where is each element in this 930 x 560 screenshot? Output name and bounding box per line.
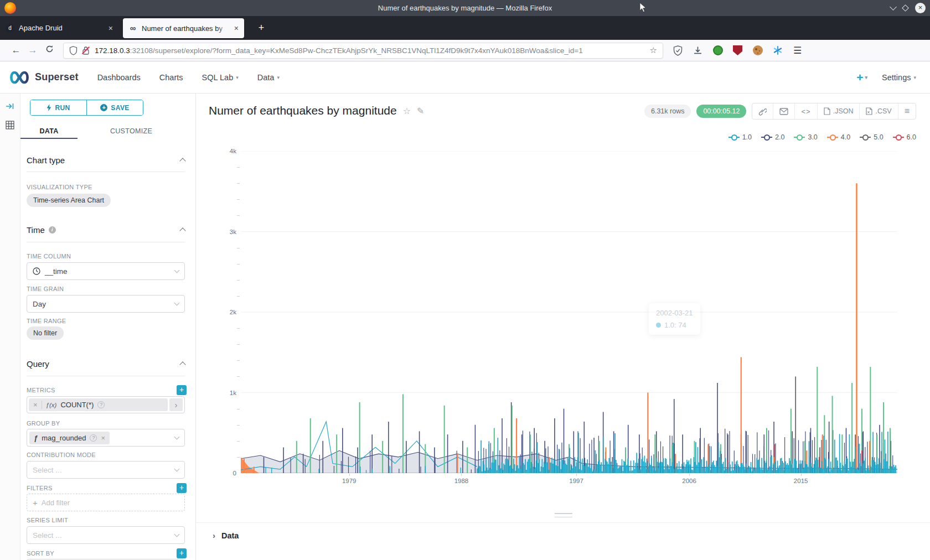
series-limit-select[interactable]: Select ...	[27, 526, 185, 544]
control-panel: RUN + SAVE DATA CUSTOMIZE Chart type VIS…	[20, 94, 196, 560]
browser-tab-strip: d Apache Druid × ∞ Numer of earthquakes …	[0, 16, 930, 40]
insecure-lock-icon[interactable]	[82, 46, 90, 55]
add-metric-button[interactable]: +	[177, 385, 187, 395]
browser-menu-icon[interactable]: ☰	[792, 45, 803, 56]
x-axis-tick	[801, 474, 802, 476]
legend-item-1.0[interactable]: 1.0	[728, 133, 752, 141]
groupby-select[interactable]: ƒ mag_rounded ? ×	[27, 429, 185, 447]
url-bar[interactable]: 172.18.0.3:32108/superset/explore/?form_…	[63, 43, 663, 59]
remove-groupby-icon[interactable]: ×	[101, 434, 105, 442]
contribution-mode-label: CONTRIBUTION MODE	[27, 451, 185, 458]
legend-item-6.0[interactable]: 6.0	[893, 133, 916, 141]
nav-item-charts[interactable]: Charts	[159, 73, 183, 82]
remove-metric-icon[interactable]: ×	[33, 401, 38, 409]
section-chart-type[interactable]: Chart type	[27, 154, 185, 166]
forward-button[interactable]: →	[24, 45, 41, 56]
save-button[interactable]: + SAVE	[86, 100, 143, 115]
chevron-down-icon	[174, 300, 180, 306]
timeseries-chart-canvas[interactable]	[241, 151, 897, 473]
new-item-button[interactable]: +▾	[856, 71, 867, 84]
container-asterisk-icon[interactable]	[772, 45, 783, 56]
time-range-label: TIME RANGE	[27, 317, 185, 324]
browser-tab-druid[interactable]: d Apache Druid ×	[0, 16, 118, 40]
groupby-label: GROUP BY	[27, 419, 185, 427]
section-query[interactable]: Query	[27, 357, 185, 370]
edit-title-icon[interactable]: ✎	[417, 106, 424, 116]
cookie-extension-icon[interactable]	[752, 45, 763, 56]
fx-icon: ƒ(x)	[46, 402, 57, 408]
add-filter-button[interactable]: +	[177, 483, 187, 493]
privacy-badger-icon[interactable]	[712, 45, 724, 56]
divider	[27, 172, 185, 172]
metrics-label: METRICS	[27, 387, 55, 394]
legend-marker-icon	[761, 134, 772, 140]
add-filter-dropzone[interactable]: +Add filter	[27, 494, 185, 511]
url-text[interactable]: 172.18.0.3:32108/superset/explore/?form_…	[95, 46, 650, 55]
back-button[interactable]: ←	[8, 45, 24, 56]
superset-favicon-icon: ∞	[128, 24, 137, 33]
time-range-pill[interactable]: No filter	[27, 326, 64, 340]
results-panel-header[interactable]: › Data	[196, 523, 930, 540]
favorite-star-icon[interactable]: ☆	[403, 106, 411, 116]
browser-tab-superset[interactable]: ∞ Numer of earthquakes by ×	[123, 18, 244, 38]
panel-tabs: DATA CUSTOMIZE	[20, 123, 195, 139]
nav-item-data[interactable]: Data▾	[257, 73, 280, 82]
tab-label: Apache Druid	[19, 24, 104, 32]
window-close-icon[interactable]: ×	[915, 3, 926, 13]
nav-item-dashboards[interactable]: Dashboards	[97, 73, 141, 82]
legend-marker-icon	[893, 134, 904, 140]
results-panel-label: Data	[221, 531, 239, 540]
y-axis-minor-tick	[237, 344, 240, 345]
metric-item[interactable]: × ƒ(x) COUNT(*) ? ›	[27, 396, 185, 413]
tab-close-icon[interactable]: ×	[108, 24, 113, 33]
datasource-grid-icon[interactable]	[4, 119, 16, 131]
legend-marker-icon	[728, 134, 740, 140]
legend-item-4.0[interactable]: 4.0	[827, 133, 850, 141]
download-icon[interactable]	[692, 45, 704, 56]
ublock-icon[interactable]	[732, 45, 743, 56]
tab-customize[interactable]: CUSTOMIZE	[78, 123, 185, 139]
embed-code-button[interactable]: <>	[794, 103, 817, 119]
x-axis-label: 1979	[337, 478, 361, 484]
window-maximize-icon[interactable]	[902, 4, 909, 12]
window-minimize-icon[interactable]	[890, 3, 897, 11]
settings-menu[interactable]: Settings▾	[882, 73, 916, 82]
legend-item-3.0[interactable]: 3.0	[794, 133, 817, 141]
sort-by-label: SORT BY	[27, 550, 54, 557]
reload-button[interactable]	[41, 45, 58, 56]
protections-shield-icon[interactable]	[672, 45, 684, 56]
email-button[interactable]	[773, 103, 794, 119]
application-window: Numer of earthquakes by magnitude — Mozi…	[0, 0, 930, 560]
export-csv-button[interactable]: .CSV	[859, 103, 897, 119]
panel-resize-handle[interactable]	[555, 513, 572, 517]
section-time[interactable]: Timei	[27, 224, 185, 236]
contribution-mode-select[interactable]: Select ...	[27, 461, 185, 479]
new-tab-button[interactable]: +	[254, 20, 269, 36]
superset-brand[interactable]: Superset	[8, 70, 79, 85]
time-column-select[interactable]: __time	[27, 262, 185, 280]
chart-pane: Numer of earthquakes by magnitude ☆ ✎ 6.…	[196, 94, 930, 560]
tab-close-icon[interactable]: ×	[234, 24, 239, 33]
legend-marker-icon	[860, 134, 871, 140]
x-axis-label: 1997	[564, 478, 588, 484]
time-grain-select[interactable]: Day	[27, 295, 185, 313]
expand-datasource-panel-icon[interactable]	[4, 100, 16, 112]
brand-name: Superset	[35, 71, 79, 83]
nav-item-sql-lab[interactable]: SQL Lab▾	[202, 73, 239, 82]
copy-link-button[interactable]	[752, 103, 773, 119]
chevron-down-icon	[174, 466, 180, 472]
export-json-button[interactable]: .JSON	[817, 103, 860, 119]
y-axis-minor-tick	[237, 296, 240, 297]
legend-item-2.0[interactable]: 2.0	[761, 133, 784, 141]
x-axis-label: 1988	[449, 478, 473, 484]
chart-menu-button[interactable]: ≡	[898, 103, 916, 119]
tab-data[interactable]: DATA	[20, 123, 78, 139]
bookmark-star-icon[interactable]: ☆	[650, 45, 657, 55]
viz-type-pill[interactable]: Time-series Area Chart	[27, 194, 111, 207]
legend-item-5.0[interactable]: 5.0	[860, 133, 883, 141]
add-sort-button[interactable]: +	[177, 548, 187, 558]
tracking-shield-icon[interactable]	[69, 46, 78, 55]
metric-expand-icon[interactable]: ›	[169, 398, 183, 411]
groupby-chip[interactable]: ƒ mag_rounded ? ×	[29, 432, 110, 444]
run-button[interactable]: RUN	[30, 100, 86, 115]
